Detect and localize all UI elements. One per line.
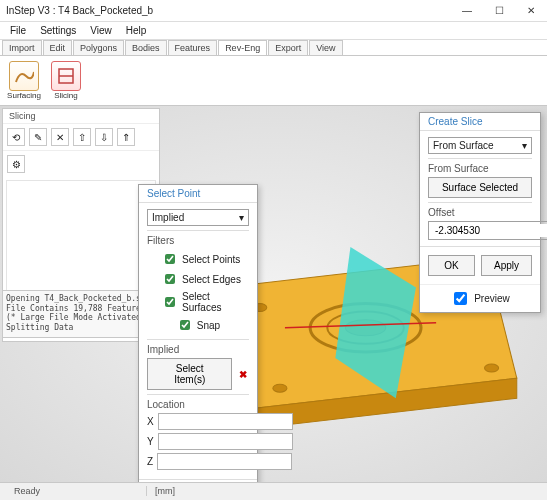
status-bar: Ready [mm] (0, 482, 547, 498)
tool-settings[interactable]: ⚙ (7, 155, 25, 173)
tool-btn-4[interactable]: ⇩ (95, 128, 113, 146)
close-button[interactable]: ✕ (515, 0, 547, 22)
offset-input[interactable] (433, 224, 547, 237)
select-items-button[interactable]: Select Item(s) (147, 358, 232, 390)
filter-surfaces-checkbox[interactable] (165, 297, 175, 307)
filter-surfaces-label: Select Surfaces (182, 291, 249, 313)
surfacing-button[interactable]: Surfacing (6, 61, 42, 100)
tool-btn-1[interactable]: ✎ (29, 128, 47, 146)
snap-checkbox[interactable] (180, 320, 190, 330)
svg-point-10 (273, 384, 287, 392)
x-label: X (147, 416, 154, 427)
filter-edges-label: Select Edges (182, 274, 241, 285)
surfacing-label: Surfacing (7, 91, 41, 100)
title-bar: InStep V3 : T4 Back_Pocketed_b — ☐ ✕ (0, 0, 547, 22)
slicing-toolbar: ⟲ ✎ ✕ ⇧ ⇩ ⇑ (3, 124, 159, 151)
tab-edit[interactable]: Edit (43, 40, 73, 55)
menu-file[interactable]: File (4, 23, 32, 38)
menu-settings[interactable]: Settings (34, 23, 82, 38)
tab-reveng[interactable]: Rev-Eng (218, 40, 267, 55)
surfacing-icon (9, 61, 39, 91)
menu-view[interactable]: View (84, 23, 118, 38)
from-surface-label: From Surface (428, 163, 532, 174)
select-point-mode-value: Implied (152, 212, 184, 223)
log-output: Opening T4_Back_Pocketed_b.stl File Cont… (2, 290, 160, 338)
z-input[interactable] (157, 453, 292, 470)
y-label: Y (147, 436, 154, 447)
filter-points-label: Select Points (182, 254, 240, 265)
offset-label: Offset (428, 207, 532, 218)
tool-btn-2[interactable]: ✕ (51, 128, 69, 146)
tab-polygons[interactable]: Polygons (73, 40, 124, 55)
tool-btn-5[interactable]: ⇑ (117, 128, 135, 146)
menu-help[interactable]: Help (120, 23, 153, 38)
x-input[interactable] (158, 413, 293, 430)
create-slice-ok-button[interactable]: OK (428, 255, 475, 276)
tool-btn-0[interactable]: ⟲ (7, 128, 25, 146)
work-area: Slicing ⟲ ✎ ✕ ⇧ ⇩ ⇑ ⚙ Delay Surface Crea… (0, 106, 547, 482)
create-slice-apply-button[interactable]: Apply (481, 255, 532, 276)
slicing-label: Slicing (54, 91, 78, 100)
ribbon: Surfacing Slicing (0, 56, 547, 106)
window-title: InStep V3 : T4 Back_Pocketed_b (6, 5, 451, 16)
status-ready: Ready (6, 486, 146, 496)
tab-bodies[interactable]: Bodies (125, 40, 167, 55)
tab-bar: Import Edit Polygons Bodies Features Rev… (0, 40, 547, 56)
clear-selection-icon[interactable]: ✖ (236, 366, 249, 382)
tab-view[interactable]: View (309, 40, 342, 55)
chevron-down-icon: ▾ (522, 140, 527, 151)
slicing-icon (51, 61, 81, 91)
surface-selected-button[interactable]: Surface Selected (428, 177, 532, 198)
offset-spinner[interactable]: ▲▼ (428, 221, 547, 240)
create-slice-dialog: Create Slice From Surface ▾ From Surface… (419, 112, 541, 313)
filter-edges-checkbox[interactable] (165, 274, 175, 284)
create-slice-title: Create Slice (420, 113, 540, 131)
filters-label: Filters (147, 235, 249, 246)
location-label: Location (147, 399, 249, 410)
preview-label: Preview (474, 293, 510, 304)
status-units: [mm] (146, 486, 183, 496)
tab-features[interactable]: Features (168, 40, 218, 55)
slice-mode-value: From Surface (433, 140, 494, 151)
svg-point-11 (485, 364, 499, 372)
minimize-button[interactable]: — (451, 0, 483, 22)
preview-checkbox[interactable] (454, 292, 467, 305)
y-input[interactable] (158, 433, 293, 450)
snap-label: Snap (197, 320, 220, 331)
maximize-button[interactable]: ☐ (483, 0, 515, 22)
select-point-mode-dropdown[interactable]: Implied ▾ (147, 209, 249, 226)
chevron-down-icon: ▾ (239, 212, 244, 223)
tab-export[interactable]: Export (268, 40, 308, 55)
slicing-panel-title: Slicing (3, 109, 159, 124)
filter-points-checkbox[interactable] (165, 254, 175, 264)
select-point-dialog: Select Point Implied ▾ Filters Select Po… (138, 184, 258, 482)
slice-mode-dropdown[interactable]: From Surface ▾ (428, 137, 532, 154)
z-label: Z (147, 456, 153, 467)
implied-label: Implied (147, 344, 249, 355)
tool-btn-3[interactable]: ⇧ (73, 128, 91, 146)
menu-bar: File Settings View Help (0, 22, 547, 40)
select-point-title: Select Point (139, 185, 257, 203)
slicing-button[interactable]: Slicing (48, 61, 84, 100)
tab-import[interactable]: Import (2, 40, 42, 55)
